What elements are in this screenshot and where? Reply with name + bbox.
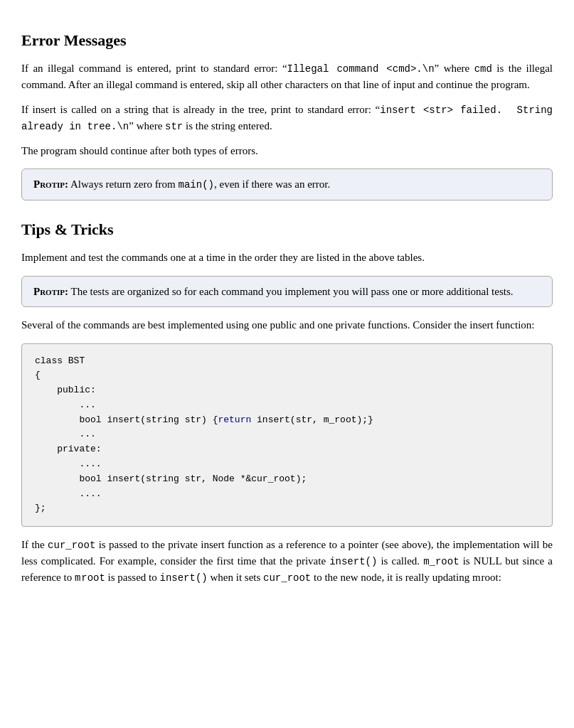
cur-root-inline-2: cur_root	[263, 572, 311, 584]
error-para2: If insert is called on a string that is …	[21, 102, 553, 134]
protip2-label: Protip:	[33, 286, 68, 297]
tips-para2: Several of the commands are best impleme…	[21, 317, 553, 333]
protip1-end: , even if there was an error.	[214, 178, 330, 190]
error-para1: If an illegal command is entered, print …	[21, 60, 553, 93]
protip-box-1: Protip: Always return zero from main(), …	[21, 168, 553, 200]
cur-root-inline-1: cur_root	[48, 540, 95, 551]
insert-inline-2: insert()	[160, 572, 208, 584]
protip-box-2: Protip: The tests are organized so for e…	[21, 276, 553, 308]
error-messages-heading: Error Messages	[21, 28, 553, 52]
m-root-inline-2: m root	[75, 572, 105, 584]
tips-para1: Implement and test the commands one at a…	[21, 250, 553, 266]
protip1-text: Always return zero from	[68, 178, 179, 190]
illegal-command-code: Illegal command <cmd>.\n	[287, 63, 435, 75]
cmd-inline: cmd	[474, 63, 492, 75]
final-para1: If the cur_root is passed to the private…	[21, 537, 553, 586]
insert-failed-code: insert <str> failed. String already in t…	[21, 105, 553, 132]
error-para3: The program should continue after both t…	[21, 143, 553, 159]
protip2-text: The tests are organized so for each comm…	[68, 286, 514, 297]
m-root-inline-1: m_root	[423, 556, 459, 567]
str-inline: str	[165, 121, 183, 132]
protip1-label: Protip:	[33, 178, 68, 190]
insert-inline-1: insert()	[329, 556, 377, 567]
code-class: class BST { public: ... bool insert(stri…	[35, 355, 373, 514]
protip1-code: main()	[179, 179, 214, 191]
tips-tricks-heading: Tips & Tricks	[21, 218, 553, 241]
code-block-bst: class BST { public: ... bool insert(stri…	[21, 343, 553, 528]
